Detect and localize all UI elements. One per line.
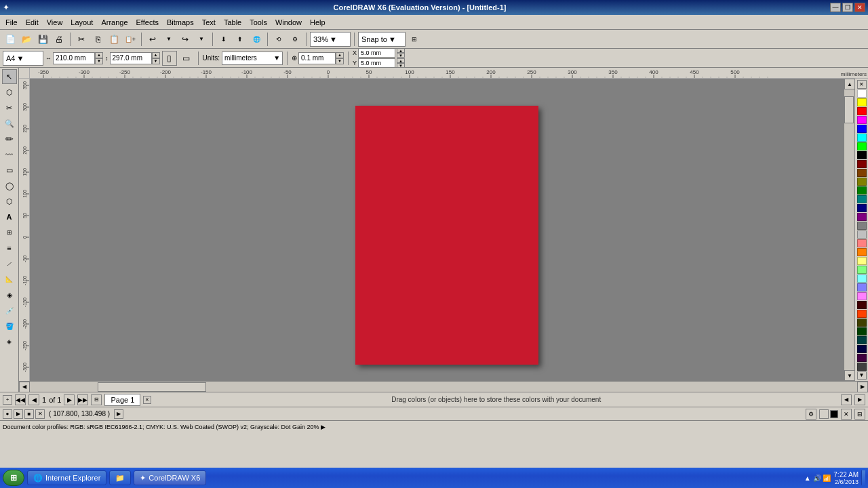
- undo-dropdown[interactable]: ▼: [161, 32, 176, 47]
- palette-darkolive[interactable]: [857, 319, 867, 327]
- palette-gray[interactable]: [857, 222, 867, 230]
- publish-button[interactable]: 🌐: [249, 32, 264, 47]
- width-spin[interactable]: ▲ ▼: [95, 52, 103, 64]
- palette-olive[interactable]: [857, 178, 867, 186]
- status-icon1[interactable]: ⚙: [806, 409, 816, 420]
- palette-red[interactable]: [857, 107, 867, 115]
- palette-pink[interactable]: [857, 239, 867, 247]
- nudge-up[interactable]: ▲: [336, 52, 344, 58]
- palette-silver[interactable]: [857, 230, 867, 239]
- save-button[interactable]: 💾: [35, 32, 50, 47]
- shape-tool[interactable]: ⬡: [2, 85, 17, 100]
- taskbar-ie[interactable]: 🌐 Internet Explorer: [27, 470, 106, 485]
- cut-button[interactable]: ✂: [74, 32, 89, 47]
- fill-tool[interactable]: 🪣: [2, 319, 17, 333]
- palette-darkpurple[interactable]: [857, 354, 867, 362]
- start-button[interactable]: ⊞: [3, 470, 24, 486]
- parallel-tool[interactable]: ≡: [2, 241, 17, 256]
- x-up[interactable]: ▲: [397, 48, 405, 53]
- redo-button[interactable]: ↪: [178, 32, 193, 47]
- palette-teal[interactable]: [857, 195, 867, 203]
- scroll-right-thumb[interactable]: [844, 96, 854, 123]
- width-up[interactable]: ▲: [95, 52, 103, 58]
- minimize-button[interactable]: —: [830, 3, 841, 12]
- menu-help[interactable]: Help: [306, 17, 330, 28]
- menu-arrange[interactable]: Arrange: [97, 17, 132, 28]
- page-tab-close[interactable]: ✕: [143, 396, 151, 404]
- zoom-tool[interactable]: 🔍: [2, 116, 17, 131]
- page-layout-btn[interactable]: ⊟: [91, 394, 102, 405]
- palette-darkgray[interactable]: [857, 363, 867, 371]
- y-spin[interactable]: ▲ ▼: [397, 58, 405, 68]
- palette-scroll-down[interactable]: ▼: [857, 371, 867, 380]
- table-tool[interactable]: ⊞: [2, 225, 17, 240]
- macro-btn[interactable]: ✕: [35, 409, 45, 419]
- y-up[interactable]: ▲: [397, 58, 405, 63]
- palette-lightcyan[interactable]: [857, 274, 867, 283]
- palette-darkgreen[interactable]: [857, 186, 867, 195]
- freehand-tool[interactable]: ✏: [2, 131, 17, 146]
- zoom-dropdown[interactable]: 33% ▼: [310, 32, 351, 47]
- palette-green[interactable]: [857, 142, 867, 150]
- status-icon3[interactable]: ⊟: [854, 409, 865, 420]
- scroll-right-btn[interactable]: ▶: [857, 382, 868, 392]
- artpen-tool[interactable]: 〰: [2, 147, 17, 162]
- palette-lightgreen[interactable]: [857, 266, 867, 274]
- y-dn[interactable]: ▼: [397, 63, 405, 68]
- color-profile-expand[interactable]: ▶: [321, 424, 326, 430]
- canvas-area[interactable]: [30, 79, 844, 381]
- menu-text[interactable]: Text: [198, 17, 220, 28]
- palette-yellow[interactable]: [857, 98, 867, 106]
- height-spin[interactable]: ▲ ▼: [152, 52, 160, 64]
- transform-button[interactable]: ⟲: [271, 32, 286, 47]
- palette-cyan[interactable]: [857, 134, 867, 142]
- palette-black[interactable]: [857, 151, 867, 159]
- menu-window[interactable]: Window: [271, 17, 306, 28]
- select-tool[interactable]: ↖: [2, 69, 17, 84]
- menu-view[interactable]: View: [43, 17, 67, 28]
- width-input[interactable]: 210.0 mm: [53, 52, 95, 64]
- nudge-dn[interactable]: ▼: [336, 58, 344, 64]
- palette-darkred[interactable]: [857, 160, 867, 168]
- page-last-btn[interactable]: ▶▶: [77, 394, 88, 405]
- page-add-btn[interactable]: +: [3, 395, 12, 405]
- menu-file[interactable]: File: [1, 17, 22, 28]
- no-color-swatch[interactable]: ✕: [857, 80, 867, 89]
- nudge-spin[interactable]: ▲ ▼: [336, 52, 344, 64]
- strip-scroll-left[interactable]: ◀: [841, 394, 852, 405]
- restore-button[interactable]: ❐: [842, 3, 853, 12]
- close-button[interactable]: ✕: [854, 3, 865, 12]
- palette-darkcyan[interactable]: [857, 336, 867, 344]
- interactive-tool[interactable]: ◈: [2, 287, 17, 302]
- scroll-bottom-thumb[interactable]: [98, 382, 206, 392]
- palette-lightblue[interactable]: [857, 283, 867, 291]
- palette-orangered[interactable]: [857, 310, 867, 318]
- taskbar-coreldraw[interactable]: ✦ CorelDRAW X6: [134, 470, 206, 485]
- page-next-btn[interactable]: ▶: [64, 394, 75, 405]
- palette-blue[interactable]: [857, 125, 867, 133]
- palette-lightmagenta[interactable]: [857, 292, 867, 300]
- width-dn[interactable]: ▼: [95, 58, 103, 64]
- ellipse-tool[interactable]: ◯: [2, 178, 17, 193]
- nudge-input[interactable]: 0.1 mm: [298, 52, 336, 64]
- copy-button[interactable]: ⎘: [90, 32, 105, 47]
- x-spin[interactable]: ▲ ▼: [397, 48, 405, 58]
- measure-tool[interactable]: 📐: [2, 272, 17, 287]
- palette-purple[interactable]: [857, 213, 867, 221]
- menu-tools[interactable]: Tools: [245, 17, 271, 28]
- scroll-left-arrow[interactable]: ◀: [19, 382, 30, 392]
- connector-tool[interactable]: ⟋: [2, 256, 17, 271]
- scroll-up-arrow[interactable]: ▲: [844, 79, 855, 89]
- paste-special[interactable]: 📋+: [123, 32, 138, 47]
- x-dn[interactable]: ▼: [397, 53, 405, 58]
- palette-orange[interactable]: [857, 248, 867, 256]
- redo-dropdown[interactable]: ▼: [194, 32, 209, 47]
- portrait-button[interactable]: ▯: [162, 51, 177, 66]
- units-dropdown[interactable]: millimeters ▼: [222, 52, 283, 65]
- record-btn[interactable]: ●: [3, 409, 12, 419]
- crop-tool[interactable]: ✂: [2, 100, 17, 115]
- rect-tool[interactable]: ▭: [2, 163, 17, 178]
- palette-navy[interactable]: [857, 204, 867, 212]
- page-prev-btn[interactable]: ◀: [28, 394, 39, 405]
- y-input[interactable]: 5.0 mm: [358, 58, 395, 68]
